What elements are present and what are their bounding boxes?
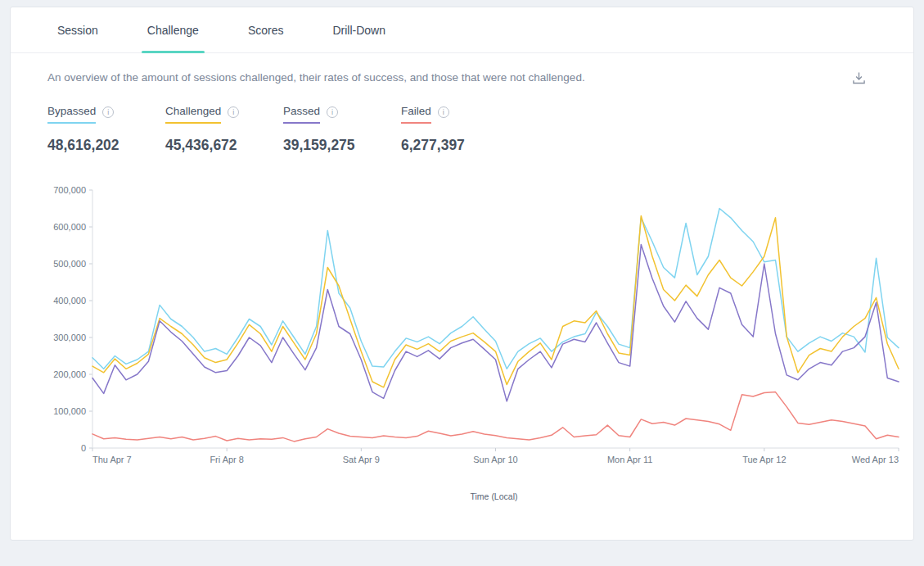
tab-challenge-label: Challenge (147, 24, 199, 37)
svg-text:Wed Apr 13: Wed Apr 13 (852, 455, 899, 464)
metric-challenged-value: 45,436,672 (165, 137, 283, 154)
svg-text:Fri Apr 8: Fri Apr 8 (210, 455, 244, 464)
svg-text:400,000: 400,000 (53, 296, 86, 306)
metric-passed: Passed i 39,159,275 (283, 105, 401, 154)
info-icon[interactable]: i (327, 106, 338, 118)
sessions-challenged-chart[interactable]: 0100,000200,000300,000400,000500,000600,… (11, 154, 913, 501)
line-chart-canvas[interactable]: 0100,000200,000300,000400,000500,000600,… (47, 182, 903, 470)
description-row: An overview of the amount of sessions ch… (11, 53, 913, 85)
metric-bypassed: Bypassed i 48,616,202 (47, 105, 165, 154)
tab-session-label: Session (57, 24, 98, 37)
info-icon[interactable]: i (438, 106, 449, 118)
metric-failed-label: Failed (401, 105, 431, 124)
chart-description: An overview of the amount of sessions ch… (47, 71, 585, 84)
metric-passed-value: 39,159,275 (283, 137, 401, 154)
tab-scores-label: Scores (248, 24, 284, 37)
tab-scores[interactable]: Scores (242, 7, 290, 52)
info-icon[interactable]: i (228, 106, 239, 118)
metric-failed: Failed i 6,277,397 (401, 105, 519, 154)
metric-passed-label: Passed (283, 105, 320, 124)
tab-challenge[interactable]: Challenge (142, 7, 205, 52)
svg-text:0: 0 (81, 443, 86, 453)
info-icon[interactable]: i (102, 106, 114, 118)
svg-text:100,000: 100,000 (53, 406, 86, 416)
metric-challenged-label: Challenged (165, 105, 221, 124)
svg-text:300,000: 300,000 (53, 333, 86, 342)
svg-text:Sat Apr 9: Sat Apr 9 (343, 455, 380, 464)
svg-text:Mon Apr 11: Mon Apr 11 (607, 455, 652, 464)
metrics-legend: Bypassed i 48,616,202 Challenged i 45,43… (11, 85, 913, 154)
svg-text:600,000: 600,000 (53, 222, 86, 232)
tab-drilldown[interactable]: Drill-Down (327, 7, 391, 52)
download-icon[interactable] (852, 71, 866, 85)
svg-text:Tue Apr 12: Tue Apr 12 (742, 455, 786, 464)
x-axis-title: Time (Local) (47, 491, 904, 501)
tab-session[interactable]: Session (52, 7, 104, 52)
svg-text:Thu Apr 7: Thu Apr 7 (92, 455, 132, 464)
metric-bypassed-label: Bypassed (47, 105, 96, 124)
metric-challenged: Challenged i 45,436,672 (165, 105, 283, 154)
challenge-overview-card: Session Challenge Scores Drill-Down An o… (10, 7, 914, 541)
svg-text:700,000: 700,000 (53, 185, 86, 195)
tab-drilldown-label: Drill-Down (332, 24, 385, 37)
tab-bar: Session Challenge Scores Drill-Down (11, 7, 913, 53)
metric-bypassed-value: 48,616,202 (47, 137, 165, 154)
metric-failed-value: 6,277,397 (401, 137, 519, 154)
svg-text:200,000: 200,000 (53, 369, 86, 379)
svg-text:500,000: 500,000 (53, 259, 86, 269)
svg-text:Sun Apr 10: Sun Apr 10 (473, 455, 517, 464)
